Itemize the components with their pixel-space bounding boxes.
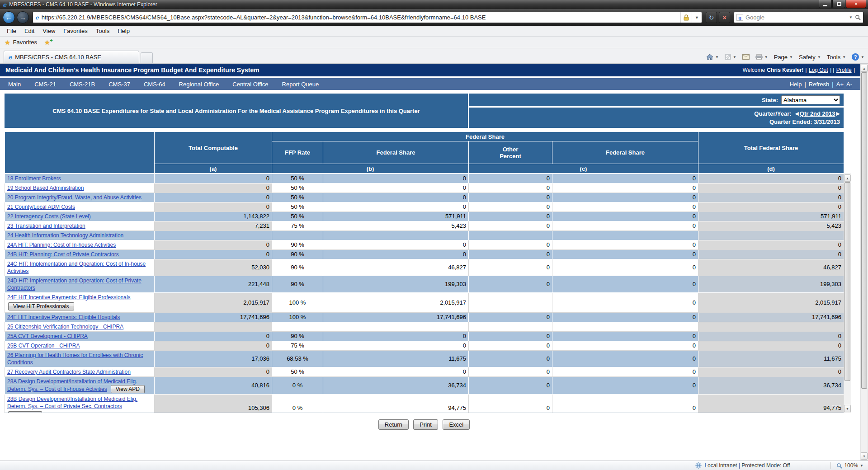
row-link[interactable]: 21 County/Local ADM Costs xyxy=(7,204,75,210)
cell-c: 0 xyxy=(552,276,698,293)
menu-favorites[interactable]: Favorites xyxy=(59,26,91,36)
row-link[interactable]: 27 Recovery Audit Contractors State Admi… xyxy=(7,369,131,375)
tools-menu-button[interactable]: Tools ▼ xyxy=(827,54,846,61)
search-dropdown-icon[interactable]: ▼ xyxy=(849,15,853,19)
cell-c xyxy=(552,322,698,332)
col-header-other-percent: Other Percent xyxy=(469,141,552,164)
page-scrollbar-thumb[interactable] xyxy=(861,72,867,389)
quarter-link[interactable]: Qtr 2nd 2013 xyxy=(800,110,835,117)
read-mail-button[interactable] xyxy=(742,54,750,60)
col-header-federal-share-b: Federal Share xyxy=(323,141,469,164)
row-link[interactable]: 24E HIT Incentive Payments: Eligible Pro… xyxy=(7,294,131,301)
separator: | xyxy=(832,81,833,88)
tab-cms-64-10-base[interactable]: e MBES/CBES - CMS 64.10 BASE xyxy=(4,51,139,63)
menu-edit[interactable]: Edit xyxy=(20,26,38,36)
nav-main[interactable]: Main xyxy=(8,81,21,88)
row-action-button[interactable]: View APD xyxy=(111,385,145,393)
help-link[interactable]: Help xyxy=(790,81,802,88)
favorites-button[interactable]: ★ Favorites xyxy=(5,39,37,46)
state-select[interactable]: Alabama xyxy=(781,95,840,104)
nav-cms-37[interactable]: CMS-37 xyxy=(108,81,130,88)
forward-button[interactable]: → xyxy=(17,11,29,24)
row-link[interactable]: 25A CVT Development - CHIPRA xyxy=(7,333,88,339)
table-scroll-down-button[interactable]: ▼ xyxy=(844,405,851,412)
nav-report-queue[interactable]: Report Queue xyxy=(282,81,319,88)
add-favorite-button[interactable]: ★ + xyxy=(44,39,50,46)
row-link[interactable]: 23 Translation and Interpretation xyxy=(7,223,85,229)
row-link[interactable]: 18 Enrollment Brokers xyxy=(7,175,61,182)
menu-view[interactable]: View xyxy=(38,26,59,36)
refresh-link[interactable]: Refresh xyxy=(809,81,830,88)
page-scrollbar[interactable]: ▲ ▼ xyxy=(860,64,868,461)
print-button[interactable]: ▼ xyxy=(755,54,768,60)
return-button[interactable]: Return xyxy=(378,419,409,430)
search-icon[interactable] xyxy=(855,14,861,20)
nav-cms-21[interactable]: CMS-21 xyxy=(34,81,56,88)
new-tab-button[interactable] xyxy=(141,52,153,63)
page-scroll-up-button[interactable]: ▲ xyxy=(861,65,868,72)
page-scrollbar-track[interactable] xyxy=(861,389,868,452)
row-label-cell: 28B Design Development/Installation of M… xyxy=(5,395,155,414)
row-link[interactable]: 26 Planning for Health Homes for Enrolle… xyxy=(7,352,143,366)
help-menu-button[interactable]: ? ▼ xyxy=(852,53,864,61)
address-bar[interactable]: e https://65.220.21.9/MBESCBES/CMS64/CMS… xyxy=(33,12,702,23)
safety-menu-button[interactable]: Safety ▼ xyxy=(799,54,821,61)
home-button[interactable]: ▼ xyxy=(706,54,719,60)
zoom-control[interactable]: 100% ▼ xyxy=(830,462,863,469)
menu-help[interactable]: Help xyxy=(113,26,134,36)
page-scroll-down-button[interactable]: ▼ xyxy=(861,452,868,460)
print-form-button[interactable]: Print xyxy=(413,419,438,430)
previous-quarter-button[interactable]: ◀ xyxy=(795,111,798,117)
row-link[interactable]: 24F HIT Incentive Payments: Eligible Hos… xyxy=(7,314,120,320)
page-menu-button[interactable]: Page ▼ xyxy=(774,54,793,61)
row-link[interactable]: 22 Interagency Costs (State Level) xyxy=(7,213,91,220)
row-link[interactable]: 24B HIT: Planning: Cost of Private Contr… xyxy=(7,251,119,258)
cell-b: 5,423 xyxy=(323,221,469,231)
table-scrollbar-track[interactable] xyxy=(844,381,851,404)
cell-ffp: 50 % xyxy=(272,183,323,193)
security-lock-button[interactable] xyxy=(680,12,692,23)
nav-cms-21b[interactable]: CMS-21B xyxy=(70,81,95,88)
minimize-button[interactable] xyxy=(819,0,832,8)
table-scroll-up-button[interactable]: ▲ xyxy=(844,174,851,182)
table-scrollbar-thumb[interactable] xyxy=(844,182,850,381)
menu-tools[interactable]: Tools xyxy=(92,26,113,36)
row-action-button[interactable]: View APD xyxy=(8,411,42,413)
refresh-button[interactable]: ↻ xyxy=(706,12,717,23)
cell-other: 0 xyxy=(469,250,552,259)
logout-link[interactable]: Log Out xyxy=(809,67,828,73)
menu-file[interactable]: File xyxy=(3,26,20,36)
nav-regional-office[interactable]: Regional Office xyxy=(179,81,219,88)
stop-button[interactable]: × xyxy=(719,12,730,23)
cell-ffp: 0 % xyxy=(272,395,323,414)
search-input[interactable]: Google xyxy=(745,14,847,21)
cell-other: 0 xyxy=(469,259,552,276)
row-link[interactable]: 25 Citizenship Verification Technology -… xyxy=(7,324,123,330)
row-action-button[interactable]: View HIT Professionals xyxy=(8,302,74,310)
feeds-button[interactable]: ▼ xyxy=(725,54,736,60)
cell-a: 17,741,696 xyxy=(155,313,272,322)
row-link[interactable]: 24D HIT: Implementation and Operation: C… xyxy=(7,277,142,291)
profile-link[interactable]: Profile xyxy=(836,67,852,73)
caret-up-icon: ▲ xyxy=(863,67,866,70)
row-link[interactable]: 25B CVT Operation - CHIPRA xyxy=(7,343,80,349)
font-decrease-link[interactable]: A- xyxy=(846,81,852,88)
nav-central-office[interactable]: Central Office xyxy=(232,81,268,88)
excel-button[interactable]: Excel xyxy=(443,419,470,430)
back-button[interactable]: ← xyxy=(3,11,15,24)
row-link[interactable]: 24C HIT: Implementation and Operation: C… xyxy=(7,261,146,274)
row-link[interactable]: 20 Program Integrity/Fraud, Waste, and A… xyxy=(7,194,142,201)
row-link[interactable]: 24 Health Information Technology Adminis… xyxy=(7,232,123,239)
close-button[interactable]: × xyxy=(846,0,866,8)
table-scrollbar[interactable]: ▲ ▼ xyxy=(844,174,851,413)
search-box[interactable]: g Google ▼ xyxy=(734,12,863,23)
nav-cms-64[interactable]: CMS-64 xyxy=(144,81,165,88)
cell-d: 0 xyxy=(698,174,844,183)
row-link[interactable]: 19 School Based Administration xyxy=(7,185,84,191)
font-increase-link[interactable]: A+ xyxy=(836,81,844,88)
row-link[interactable]: 28B Design Development/Installation of M… xyxy=(7,396,137,409)
next-quarter-button[interactable]: ▶ xyxy=(836,111,840,117)
address-dropdown-button[interactable]: ▼ xyxy=(692,12,702,23)
maximize-button[interactable] xyxy=(832,0,845,8)
row-link[interactable]: 24A HIT: Planning: Cost of In-house Acti… xyxy=(7,242,116,248)
